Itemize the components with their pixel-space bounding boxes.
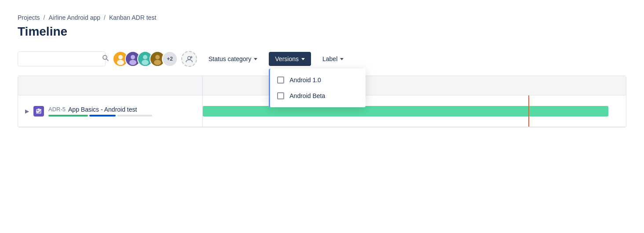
svg-point-9 [143, 55, 147, 59]
avatar-add-user[interactable] [181, 51, 197, 67]
label-button[interactable]: Label [316, 52, 350, 66]
svg-point-12 [155, 55, 160, 59]
timeline-header-right [203, 76, 626, 95]
page-container: Projects / Airline Android app / Kanban … [0, 0, 644, 127]
status-category-button[interactable]: Status category [202, 52, 263, 66]
toolbar: +2 Status category Versions [18, 51, 626, 67]
breadcrumb-kanban[interactable]: Kanban ADR test [109, 14, 156, 21]
checkbox-android-beta[interactable] [277, 92, 284, 99]
breadcrumb-projects[interactable]: Projects [18, 14, 40, 21]
issue-info: ADR-5 App Basics - Android test [48, 106, 152, 116]
svg-point-4 [117, 60, 124, 65]
svg-point-6 [131, 55, 135, 59]
issue-id: ADR-5 [48, 106, 66, 113]
versions-option-android-10[interactable]: Android 1.0 [270, 72, 366, 88]
gantt-bar [203, 106, 608, 116]
search-box[interactable] [18, 51, 106, 66]
progress-bar-green [48, 115, 88, 116]
svg-point-3 [118, 55, 123, 59]
breadcrumb-sep-1: / [44, 14, 45, 21]
versions-option-android-beta[interactable]: Android Beta [270, 88, 366, 104]
progress-bar-blue [89, 115, 116, 116]
avatar-group: +2 [113, 51, 197, 67]
search-input[interactable] [23, 55, 100, 62]
versions-dropdown-menu: Android 1.0 Android Beta [269, 69, 366, 107]
svg-point-7 [129, 60, 136, 65]
timeline-header-left [18, 76, 203, 95]
timeline-row-left: ▶ ADR-5 App Basics - Android test [18, 95, 203, 127]
issue-type-icon [33, 106, 44, 116]
page-title: Timeline [18, 25, 626, 39]
avatar-count[interactable]: +2 [162, 51, 178, 67]
search-icon [102, 55, 109, 63]
today-line [528, 95, 529, 127]
label-chevron-icon [340, 58, 344, 60]
status-category-chevron-icon [254, 58, 257, 60]
svg-point-13 [154, 60, 161, 65]
svg-point-10 [142, 60, 149, 65]
timeline-row-right [203, 95, 626, 127]
issue-title: App Basics - Android test [68, 106, 137, 113]
checkbox-android-10[interactable] [277, 76, 284, 84]
versions-dropdown-container: Versions Android 1.0 Android Beta [269, 52, 311, 66]
breadcrumb-sep-2: / [104, 14, 106, 21]
versions-button[interactable]: Versions [269, 52, 311, 66]
expand-icon[interactable]: ▶ [25, 108, 29, 114]
svg-line-1 [106, 59, 108, 61]
progress-bar-gray [117, 115, 152, 116]
breadcrumb-airline[interactable]: Airline Android app [48, 14, 100, 21]
breadcrumb: Projects / Airline Android app / Kanban … [18, 14, 626, 21]
progress-bars [48, 115, 152, 116]
versions-chevron-icon [301, 58, 305, 60]
